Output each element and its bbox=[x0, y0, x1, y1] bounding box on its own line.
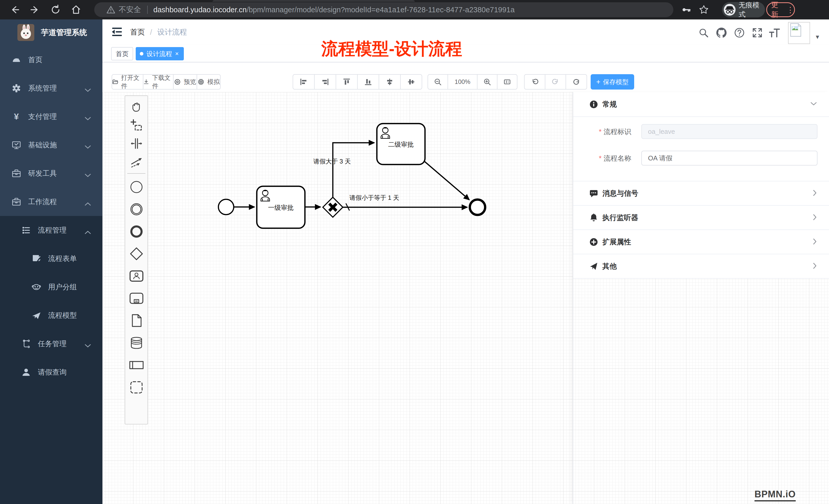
align-center-horizontal-button[interactable] bbox=[379, 74, 401, 89]
align-center-vertical-button[interactable] bbox=[400, 74, 422, 89]
form-row-process-key: *流程标识 bbox=[573, 121, 829, 144]
sidebar-item-leave-query[interactable]: 请假查询 bbox=[0, 358, 102, 386]
browser-menu-icon[interactable]: ⋮ bbox=[787, 5, 794, 14]
incognito-label: 无痕模式 bbox=[738, 1, 765, 19]
sidebar-item-user-group[interactable]: 用户分组 bbox=[0, 273, 102, 301]
bookmark-star-button[interactable] bbox=[698, 4, 710, 16]
header-search-button[interactable] bbox=[697, 26, 710, 39]
sidebar-item-infrastructure[interactable]: 基础设施 bbox=[0, 131, 102, 159]
button-label: 模拟 bbox=[207, 78, 220, 86]
align-right-button[interactable] bbox=[314, 74, 336, 89]
briefcase-icon bbox=[11, 169, 22, 178]
breadcrumb-home[interactable]: 首页 bbox=[130, 27, 145, 37]
password-key-button[interactable] bbox=[680, 4, 692, 16]
sidebar-item-payment[interactable]: ¥ 支付管理 bbox=[0, 102, 102, 131]
sidebar-item-process-form[interactable]: 流程表单 bbox=[0, 244, 102, 273]
simulate-button[interactable]: 模拟 bbox=[196, 74, 221, 89]
chevron-right-icon bbox=[813, 238, 817, 246]
zoom-in-button[interactable] bbox=[477, 74, 498, 89]
process-key-input[interactable] bbox=[641, 124, 818, 139]
key-icon bbox=[681, 5, 691, 14]
section-extended-attributes[interactable]: 扩展属性 bbox=[573, 230, 829, 254]
section-other[interactable]: 其他 bbox=[573, 254, 829, 278]
url-text[interactable]: dashboard.yudao.iocoder.cn/bpm/manager/m… bbox=[153, 6, 515, 14]
section-title: 执行监听器 bbox=[603, 213, 638, 223]
sidebar-item-process-management[interactable]: 流程管理 bbox=[0, 216, 102, 244]
properties-card: 常规 *流程标识 *流程名称 bbox=[573, 92, 829, 279]
sidebar-item-workflow[interactable]: 工作流程 bbox=[0, 188, 102, 216]
redo-button[interactable] bbox=[545, 74, 566, 89]
section-title: 消息与信号 bbox=[603, 189, 638, 198]
download-file-button[interactable]: 下载文件 bbox=[143, 74, 174, 89]
sidebar-item-label: 任务管理 bbox=[38, 339, 67, 349]
browser-reload-button[interactable] bbox=[49, 4, 62, 16]
header-font-size-button[interactable] bbox=[767, 26, 781, 39]
align-center-v-icon bbox=[407, 78, 415, 86]
process-name-input[interactable] bbox=[641, 151, 818, 165]
reset-viewport-button[interactable] bbox=[497, 74, 517, 89]
sidebar-collapse-button[interactable] bbox=[111, 26, 123, 38]
designer-toolbar: 打开文件 下载文件 预览 模拟 bbox=[102, 63, 829, 92]
header-fullscreen-button[interactable] bbox=[751, 26, 764, 39]
flow-gateway-to-task2[interactable] bbox=[333, 143, 374, 197]
screen: 不安全 dashboard.yudao.iocoder.cn/bpm/manag… bbox=[0, 0, 829, 504]
tab-design-process[interactable]: 设计流程 × bbox=[136, 47, 184, 61]
sidebar-item-dev-tools[interactable]: 研发工具 bbox=[0, 159, 102, 188]
avatar-caret-icon[interactable]: ▼ bbox=[815, 34, 820, 40]
flow-task2-to-end[interactable] bbox=[424, 161, 469, 200]
zoom-out-button[interactable] bbox=[428, 74, 448, 89]
avatar[interactable] bbox=[788, 22, 810, 44]
user-task-level1[interactable]: 一级审批 bbox=[257, 186, 305, 228]
align-left-icon bbox=[300, 78, 308, 86]
sidebar-item-system[interactable]: 系统管理 bbox=[0, 74, 102, 102]
fullscreen-icon bbox=[752, 27, 763, 38]
address-bar[interactable]: 不安全 dashboard.yudao.iocoder.cn/bpm/manag… bbox=[94, 2, 673, 17]
sidebar-item-process-model[interactable]: 流程模型 bbox=[0, 301, 102, 329]
browser-update-button[interactable]: 更新 ⋮ bbox=[766, 2, 795, 17]
section-general[interactable]: 常规 bbox=[573, 92, 829, 116]
start-event[interactable] bbox=[218, 199, 234, 215]
header-github-button[interactable] bbox=[715, 26, 728, 39]
exclusive-gateway[interactable] bbox=[323, 197, 343, 217]
browser-forward-button[interactable] bbox=[29, 4, 41, 16]
app-header: 首页 / 设计流程 bbox=[102, 20, 829, 45]
align-left-button[interactable] bbox=[293, 74, 315, 89]
chevron-up-icon bbox=[84, 228, 91, 236]
undo-button[interactable] bbox=[524, 74, 545, 89]
section-execution-listeners[interactable]: 执行监听器 bbox=[573, 205, 829, 230]
tabbar: 首页 设计流程 × bbox=[102, 45, 829, 63]
sidebar-item-task-management[interactable]: 任务管理 bbox=[0, 329, 102, 358]
form-row-process-name: *流程名称 bbox=[573, 148, 829, 171]
restart-icon bbox=[573, 78, 580, 86]
bpmn-designer: 打开文件 下载文件 预览 模拟 bbox=[102, 63, 829, 504]
broken-image-icon bbox=[789, 23, 803, 37]
security-label[interactable]: 不安全 bbox=[119, 5, 141, 15]
align-bottom-button[interactable] bbox=[357, 74, 379, 89]
end-event[interactable] bbox=[470, 200, 485, 215]
save-model-button[interactable]: + 保存模型 bbox=[591, 74, 634, 89]
open-file-button[interactable]: 打开文件 bbox=[112, 74, 143, 89]
sidebar-item-label: 流程模型 bbox=[48, 311, 77, 320]
sidebar-item-label: 请假查询 bbox=[38, 367, 67, 377]
flow-label-gt3[interactable]: 请假大于 3 天 bbox=[313, 158, 351, 165]
section-messages-signals[interactable]: 消息与信号 bbox=[573, 181, 829, 205]
task-name: 二级审批 bbox=[388, 141, 414, 148]
browser-home-button[interactable] bbox=[70, 4, 82, 16]
sidebar-item-label: 流程表单 bbox=[48, 254, 77, 264]
sidebar-item-home[interactable]: 首页 bbox=[0, 45, 102, 74]
align-top-button[interactable] bbox=[336, 74, 358, 89]
tab-home[interactable]: 首页 bbox=[111, 47, 133, 61]
zoom-button-group: 100% bbox=[428, 74, 517, 89]
header-help-button[interactable] bbox=[733, 26, 746, 39]
app-title: 芋道管理系统 bbox=[41, 27, 87, 38]
zoom-level[interactable]: 100% bbox=[447, 74, 477, 89]
browser-tab-hint[interactable] bbox=[213, 0, 415, 2]
restart-button[interactable] bbox=[566, 74, 587, 89]
breadcrumb-separator: / bbox=[150, 28, 152, 37]
browser-back-button[interactable] bbox=[8, 4, 21, 16]
preview-button[interactable]: 预览 bbox=[173, 74, 197, 89]
flow-label-le1[interactable]: 请假小于等于 1 天 bbox=[350, 194, 399, 201]
sidebar-logo-row[interactable]: 芋道管理系统 bbox=[0, 20, 102, 45]
close-icon[interactable]: × bbox=[175, 50, 179, 57]
user-task-level2[interactable]: 二级审批 bbox=[377, 124, 425, 164]
